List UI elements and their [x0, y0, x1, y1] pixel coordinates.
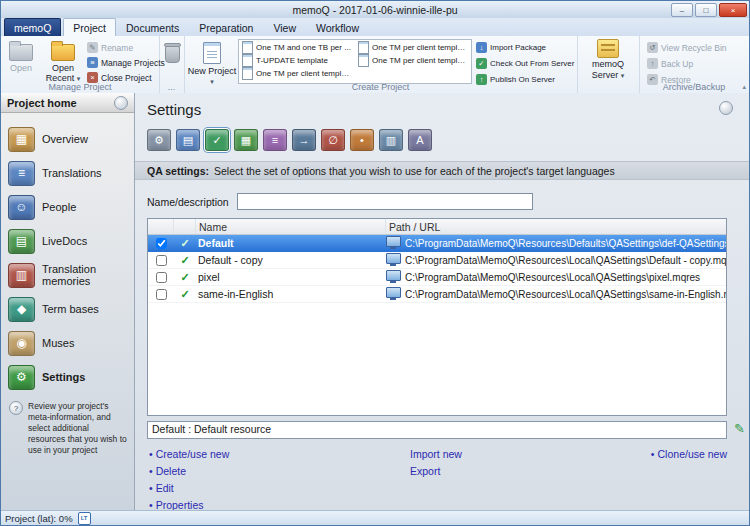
- delete-button[interactable]: [164, 38, 181, 65]
- memoq-server-button[interactable]: memoQ Server: [580, 39, 636, 81]
- link-column-middle: Import new Export: [410, 448, 462, 477]
- table-header: Name Path / URL: [148, 219, 726, 235]
- open-button[interactable]: Open: [3, 38, 39, 75]
- sidebar-item-term-bases[interactable]: ◆ Term bases: [1, 292, 134, 326]
- font-substitution-icon[interactable]: A: [408, 129, 432, 151]
- auto-translation-rules-icon[interactable]: ≡: [263, 129, 287, 151]
- sidebar-item-livedocs[interactable]: ▤ LiveDocs: [1, 224, 134, 258]
- sidebar-item-settings[interactable]: ⚙ Settings: [1, 360, 134, 394]
- resource-description-box: Default : Default resource: [147, 421, 727, 439]
- action-links: Create/use new Delete Edit Properties Im…: [147, 448, 727, 511]
- table-row[interactable]: pixel C:\ProgramData\MemoQ\Resources\Loc…: [148, 269, 726, 286]
- template-icon: [358, 54, 369, 67]
- template-item[interactable]: One TM per client template 2: [355, 41, 471, 54]
- row-checkbox[interactable]: [156, 272, 167, 283]
- tab-documents[interactable]: Documents: [116, 18, 189, 36]
- tab-workflow[interactable]: Workflow: [306, 18, 369, 36]
- create-project-actions: Import Package Check Out From Server Pub…: [476, 41, 574, 86]
- qa-settings-banner: QA settings: Select the set of options t…: [135, 161, 749, 180]
- check-out-icon: [476, 58, 487, 69]
- open-recent-button[interactable]: Open Recent: [39, 38, 87, 86]
- minimize-button[interactable]: –: [671, 3, 693, 17]
- import-package-icon: [476, 42, 487, 53]
- collapse-ribbon-icon[interactable]: [742, 83, 746, 91]
- help-icon[interactable]: [719, 101, 733, 115]
- template-icon: [242, 67, 253, 80]
- tab-preparation[interactable]: Preparation: [189, 18, 263, 36]
- tab-project[interactable]: Project: [63, 18, 116, 36]
- qa-settings-table: Name Path / URL Default C:\ProgramData\M…: [147, 218, 727, 416]
- template-item[interactable]: One TM per client template: [355, 54, 471, 67]
- row-name: Default - copy: [196, 254, 386, 266]
- sidebar-item-translation-memories[interactable]: ▥ Translation memories: [1, 258, 134, 292]
- view-recycle-bin-button[interactable]: View Recycle Bin: [647, 41, 727, 54]
- qa-settings-icon[interactable]: ✓: [205, 129, 229, 151]
- sidebar-item-muses[interactable]: ◉ Muses: [1, 326, 134, 360]
- row-checkbox[interactable]: [156, 255, 167, 266]
- edit-description-icon[interactable]: [734, 422, 745, 435]
- row-path: C:\ProgramData\MemoQ\Resources\Local\QAS…: [405, 289, 726, 300]
- template-item[interactable]: One TM per client template 2: [239, 67, 355, 80]
- open-recent-folder-icon: [51, 44, 75, 61]
- segmentation-rules-icon[interactable]: ▥: [379, 129, 403, 151]
- import-package-button[interactable]: Import Package: [476, 41, 574, 54]
- delete-link[interactable]: Delete: [149, 465, 229, 477]
- sidebar-item-people[interactable]: ☺ People: [1, 190, 134, 224]
- header-name[interactable]: Name: [196, 219, 386, 234]
- ribbon-group-create-project: New Project One TM and one TB per ... T-…: [184, 36, 578, 93]
- general-settings-icon[interactable]: ⚙: [147, 129, 171, 151]
- sidebar-header: Project home: [1, 93, 134, 113]
- import-new-link[interactable]: Import new: [410, 448, 462, 460]
- sidebar-item-translations[interactable]: ≡ Translations: [1, 156, 134, 190]
- tab-view[interactable]: View: [263, 18, 306, 36]
- translations-icon: ≡: [8, 161, 35, 186]
- close-button[interactable]: ×: [719, 3, 747, 17]
- sidebar-item-overview[interactable]: ▦ Overview: [1, 122, 134, 156]
- stop-word-lists-icon[interactable]: •: [350, 129, 374, 151]
- pin-icon[interactable]: [114, 96, 128, 110]
- settings-category-toolbar: ⚙ ▤ ✓ ▦ ≡ → ∅ • ▥ A: [147, 129, 749, 151]
- export-link[interactable]: Export: [410, 465, 462, 477]
- export-path-rules-icon[interactable]: →: [292, 129, 316, 151]
- tm-settings-icon[interactable]: ▤: [176, 129, 200, 151]
- create-use-new-link[interactable]: Create/use new: [149, 448, 229, 460]
- status-bar: Project (lat): 0% LT: [1, 510, 749, 525]
- table-row[interactable]: Default - copy C:\ProgramData\MemoQ\Reso…: [148, 252, 726, 269]
- check-out-from-server-button[interactable]: Check Out From Server: [476, 57, 574, 70]
- project-status-text: Project (lat): 0%: [5, 513, 73, 524]
- open-label: Open: [10, 63, 32, 73]
- template-item[interactable]: One TM and one TB per ...: [239, 41, 355, 54]
- check-icon: [174, 254, 196, 267]
- ignore-lists-icon[interactable]: ∅: [321, 129, 345, 151]
- open-folder-icon: [9, 44, 33, 61]
- livedocs-icon: ▤: [8, 229, 35, 254]
- row-path: C:\ProgramData\MemoQ\Resources\Defaults\…: [405, 238, 726, 249]
- row-checkbox[interactable]: [156, 238, 167, 249]
- tab-memoq[interactable]: memoQ: [4, 18, 61, 36]
- help-question-icon[interactable]: ?: [9, 401, 23, 415]
- settings-pane: Settings ⚙ ▤ ✓ ▦ ≡ → ∅ • ▥ A QA settings…: [135, 93, 749, 511]
- edit-link[interactable]: Edit: [149, 482, 229, 494]
- row-checkbox[interactable]: [156, 289, 167, 300]
- template-item[interactable]: T-UPDATE template: [239, 54, 355, 67]
- app-window: memoQ - 2017-01-06-winnie-ille-pu – □ × …: [0, 0, 750, 526]
- manage-projects-button[interactable]: Manage Projects: [87, 56, 165, 69]
- row-name: pixel: [196, 271, 386, 283]
- header-path[interactable]: Path / URL: [386, 219, 726, 234]
- back-up-button[interactable]: Back Up: [647, 57, 727, 70]
- language-terminal-icon[interactable]: LT: [78, 512, 91, 525]
- name-filter-input[interactable]: [237, 193, 533, 210]
- rename-button[interactable]: Rename: [87, 41, 165, 54]
- title-bar[interactable]: memoQ - 2017-01-06-winnie-ille-pu – □ ×: [1, 1, 749, 19]
- group-caption-archive-backup: Archive/Backup: [639, 82, 749, 92]
- maximize-button[interactable]: □: [695, 3, 717, 17]
- table-row[interactable]: Default C:\ProgramData\MemoQ\Resources\D…: [148, 235, 726, 252]
- clone-use-new-link[interactable]: Clone/use new: [651, 448, 727, 460]
- check-icon: [174, 271, 196, 284]
- project-home-sidebar: Project home ▦ Overview ≡ Translations ☺…: [1, 93, 135, 511]
- table-row[interactable]: same-in-English C:\ProgramData\MemoQ\Res…: [148, 286, 726, 303]
- chevron-down-icon: [621, 70, 625, 80]
- window-controls: – □ ×: [671, 3, 747, 17]
- livedocs-settings-icon[interactable]: ▦: [234, 129, 258, 151]
- settings-gear-icon: ⚙: [8, 365, 35, 390]
